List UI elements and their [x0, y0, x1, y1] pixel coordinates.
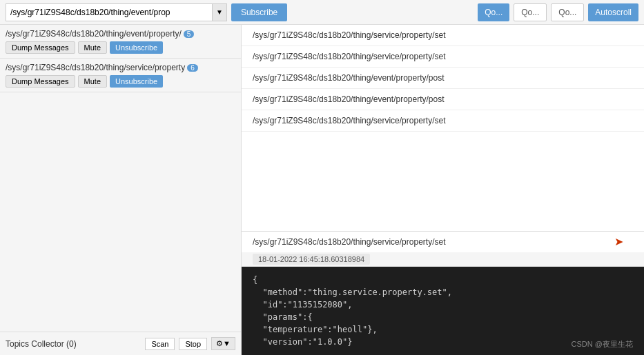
watermark: CSDN @夜里生花 [572, 339, 633, 349]
detail-panel: /sys/gr71iZ9S48c/ds18b20/thing/service/p… [242, 231, 644, 355]
qo-button-3[interactable]: Qo... [551, 3, 584, 21]
message-item-3[interactable]: /sys/gr71iZ9S48c/ds18b20/thing/event/pro… [242, 89, 644, 110]
right-panel: /sys/gr71iZ9S48c/ds18b20/thing/service/p… [242, 25, 644, 355]
qo-button-2[interactable]: Qo... [514, 3, 547, 21]
mute-btn-1[interactable]: Mute [78, 41, 107, 54]
subscribe-button[interactable]: Subscribe [231, 3, 287, 21]
left-panel: /sys/gr71iZ9S48c/ds18b20/thing/event/pro… [0, 25, 242, 355]
topic-dropdown-btn[interactable]: ▼ [213, 3, 227, 21]
message-topic-3: /sys/gr71iZ9S48c/ds18b20/thing/event/pro… [253, 94, 445, 104]
topic-input-wrap: ▼ [6, 3, 227, 21]
autoscroll-button[interactable]: Autoscroll [588, 3, 638, 21]
stop-button[interactable]: Stop [179, 338, 207, 350]
message-topic-1: /sys/gr71iZ9S48c/ds18b20/thing/service/p… [253, 52, 445, 61]
detail-timestamp: 18-01-2022 16:45:18.60318984 [242, 252, 644, 267]
message-topic-4: /sys/gr71iZ9S48c/ds18b20/thing/service/p… [253, 116, 445, 125]
subscription-topic-2: /sys/gr71iZ9S48c/ds18b20/thing/service/p… [6, 63, 235, 72]
dump-messages-btn-2[interactable]: Dump Messages [6, 75, 75, 88]
topic-input[interactable] [6, 3, 213, 21]
badge-2: 6 [187, 64, 198, 72]
mute-btn-2[interactable]: Mute [78, 75, 107, 88]
detail-body: { "method":"thing.service.property.set",… [242, 267, 644, 355]
topics-collector-bar: Topics Collector (0) Scan Stop ⚙▼ [0, 332, 241, 355]
message-item-1[interactable]: /sys/gr71iZ9S48c/ds18b20/thing/service/p… [242, 46, 644, 68]
gear-button[interactable]: ⚙▼ [211, 337, 235, 350]
qo-button-1[interactable]: Qo... [478, 3, 509, 21]
subscription-item-2: /sys/gr71iZ9S48c/ds18b20/thing/service/p… [0, 59, 241, 92]
arrow-icon: ➤ [614, 235, 623, 248]
message-item-0[interactable]: /sys/gr71iZ9S48c/ds18b20/thing/service/p… [242, 25, 644, 46]
message-item-4[interactable]: /sys/gr71iZ9S48c/ds18b20/thing/service/p… [242, 110, 644, 132]
dump-messages-btn-1[interactable]: Dump Messages [6, 41, 75, 54]
subscription-topic-1: /sys/gr71iZ9S48c/ds18b20/thing/event/pro… [6, 29, 235, 39]
sub-buttons-2: Dump Messages Mute Unsubscribe [6, 75, 235, 88]
subscription-item-1: /sys/gr71iZ9S48c/ds18b20/thing/event/pro… [0, 25, 241, 59]
unsubscribe-btn-1[interactable]: Unsubscribe [110, 41, 163, 54]
sub-buttons-1: Dump Messages Mute Unsubscribe [6, 41, 235, 54]
top-bar: ▼ Subscribe Qo... Qo... Qo... Autoscroll [0, 0, 644, 25]
message-topic-2: /sys/gr71iZ9S48c/ds18b20/thing/event/pro… [253, 73, 445, 83]
message-item-2[interactable]: /sys/gr71iZ9S48c/ds18b20/thing/event/pro… [242, 68, 644, 89]
badge-1: 5 [184, 30, 195, 38]
message-topic-0: /sys/gr71iZ9S48c/ds18b20/thing/service/p… [253, 30, 445, 40]
detail-body-text: { "method":"thing.service.property.set",… [253, 274, 633, 348]
detail-topic: /sys/gr71iZ9S48c/ds18b20/thing/service/p… [242, 232, 644, 252]
content-area: /sys/gr71iZ9S48c/ds18b20/thing/event/pro… [0, 25, 644, 355]
topics-collector-label: Topics Collector (0) [6, 339, 141, 349]
scan-button[interactable]: Scan [145, 338, 175, 350]
message-list: /sys/gr71iZ9S48c/ds18b20/thing/service/p… [242, 25, 644, 231]
unsubscribe-btn-2[interactable]: Unsubscribe [110, 75, 163, 88]
